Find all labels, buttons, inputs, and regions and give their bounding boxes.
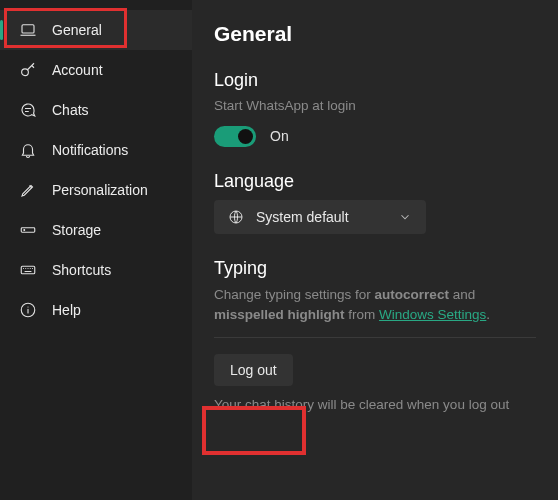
sidebar-item-account[interactable]: Account bbox=[0, 50, 192, 90]
sidebar-item-chats[interactable]: Chats bbox=[0, 90, 192, 130]
sidebar-item-personalization[interactable]: Personalization bbox=[0, 170, 192, 210]
typing-desc-text: and bbox=[449, 287, 475, 302]
sidebar-item-general[interactable]: General bbox=[0, 10, 192, 50]
language-dropdown[interactable]: System default bbox=[214, 200, 426, 234]
info-icon bbox=[18, 300, 38, 320]
typing-desc-text: Change typing settings for bbox=[214, 287, 375, 302]
language-selected: System default bbox=[256, 209, 398, 225]
login-toggle-label: On bbox=[270, 128, 289, 144]
typing-autocorrect: autocorrect bbox=[375, 287, 449, 302]
svg-rect-0 bbox=[22, 25, 34, 33]
typing-section-title: Typing bbox=[214, 258, 536, 279]
sidebar-item-label: Help bbox=[52, 302, 81, 318]
sidebar-item-label: Notifications bbox=[52, 142, 128, 158]
main-panel: General Login Start WhatsApp at login On… bbox=[192, 0, 558, 500]
typing-section-desc: Change typing settings for autocorrect a… bbox=[214, 285, 536, 326]
typing-misspelled: misspelled highlight bbox=[214, 307, 345, 322]
svg-point-3 bbox=[24, 230, 25, 231]
language-section-title: Language bbox=[214, 171, 536, 192]
sidebar-item-label: General bbox=[52, 22, 102, 38]
keyboard-icon bbox=[18, 260, 38, 280]
login-section-desc: Start WhatsApp at login bbox=[214, 97, 536, 116]
key-icon bbox=[18, 60, 38, 80]
sidebar-item-notifications[interactable]: Notifications bbox=[0, 130, 192, 170]
pencil-icon bbox=[18, 180, 38, 200]
bell-icon bbox=[18, 140, 38, 160]
sidebar-item-help[interactable]: Help bbox=[0, 290, 192, 330]
sidebar-item-label: Shortcuts bbox=[52, 262, 111, 278]
sidebar-item-label: Chats bbox=[52, 102, 89, 118]
sidebar-item-storage[interactable]: Storage bbox=[0, 210, 192, 250]
typing-desc-text: from bbox=[345, 307, 380, 322]
login-toggle[interactable] bbox=[214, 126, 256, 147]
logout-desc: Your chat history will be cleared when y… bbox=[214, 396, 536, 415]
sidebar-item-label: Personalization bbox=[52, 182, 148, 198]
divider bbox=[214, 337, 536, 338]
svg-rect-4 bbox=[21, 266, 35, 274]
login-section-title: Login bbox=[214, 70, 536, 91]
globe-icon bbox=[228, 209, 244, 225]
sidebar-item-label: Storage bbox=[52, 222, 101, 238]
logout-button[interactable]: Log out bbox=[214, 354, 293, 386]
windows-settings-link[interactable]: Windows Settings bbox=[379, 307, 486, 322]
sidebar: General Account Chats Notifications Pers… bbox=[0, 0, 192, 500]
storage-icon bbox=[18, 220, 38, 240]
laptop-icon bbox=[18, 20, 38, 40]
page-title: General bbox=[214, 22, 536, 46]
sidebar-item-label: Account bbox=[52, 62, 103, 78]
sidebar-item-shortcuts[interactable]: Shortcuts bbox=[0, 250, 192, 290]
chat-icon bbox=[18, 100, 38, 120]
typing-desc-text: . bbox=[486, 307, 490, 322]
chevron-down-icon bbox=[398, 210, 412, 224]
